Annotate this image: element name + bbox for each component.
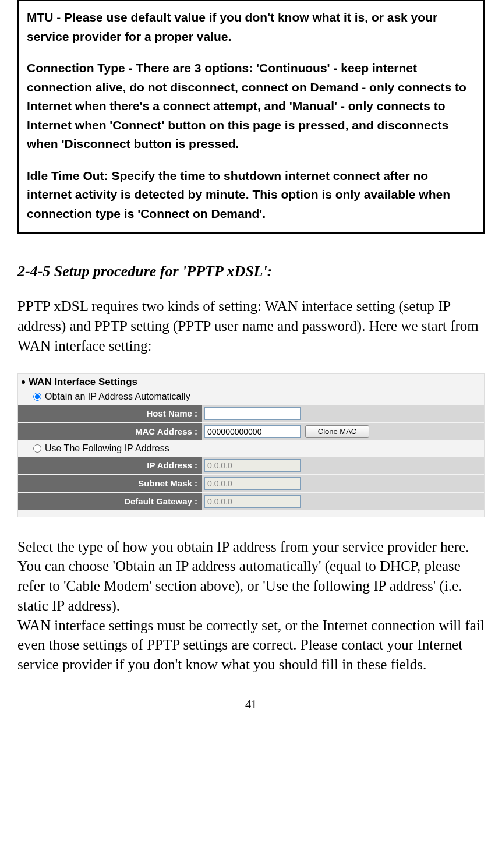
mac-address-input[interactable] xyxy=(204,425,301,438)
radio-obtain-auto-label: Obtain an IP Address Automatically xyxy=(45,391,190,402)
ip-address-input xyxy=(204,459,301,472)
bullet-icon xyxy=(22,380,25,384)
mac-address-label: MAC Address : xyxy=(18,423,202,440)
wan-panel-header: WAN Interface Settings xyxy=(18,374,484,389)
page-number: 41 xyxy=(17,698,485,711)
radio-obtain-auto[interactable] xyxy=(33,393,41,401)
after-paragraph-2: WAN interface settings must be correctly… xyxy=(17,616,485,675)
after-paragraph-1: Select the type of how you obtain IP add… xyxy=(17,537,485,616)
info-box: MTU - Please use default value if you do… xyxy=(17,0,485,234)
radio-static-ip[interactable] xyxy=(33,444,41,453)
default-gateway-label: Default Gateway : xyxy=(18,493,202,510)
ip-address-content xyxy=(202,457,484,474)
subnet-mask-input xyxy=(204,477,301,490)
clone-mac-button[interactable]: Clone MAC xyxy=(305,425,369,438)
radio-static-ip-row[interactable]: Use The Following IP Address xyxy=(18,441,484,456)
section-heading: 2-4-5 Setup procedure for 'PPTP xDSL': xyxy=(17,263,485,280)
mac-address-row: MAC Address : Clone MAC xyxy=(18,423,484,440)
wan-interface-settings-panel: WAN Interface Settings Obtain an IP Addr… xyxy=(17,373,485,517)
default-gateway-input xyxy=(204,495,301,508)
radio-obtain-auto-row[interactable]: Obtain an IP Address Automatically xyxy=(18,389,484,404)
ip-address-label: IP Address : xyxy=(18,457,202,474)
host-name-content xyxy=(202,405,484,422)
subnet-mask-label: Subnet Mask : xyxy=(18,475,202,492)
info-p3: Idle Time Out: Specify the time to shutd… xyxy=(27,167,475,224)
subnet-mask-row: Subnet Mask : xyxy=(18,475,484,492)
radio-static-ip-label: Use The Following IP Address xyxy=(45,443,169,454)
default-gateway-content xyxy=(202,493,484,510)
default-gateway-row: Default Gateway : xyxy=(18,493,484,510)
wan-panel-title: WAN Interface Settings xyxy=(29,376,137,388)
info-p1: MTU - Please use default value if you do… xyxy=(27,8,475,46)
ip-address-row: IP Address : xyxy=(18,457,484,474)
info-p2: Connection Type - There are 3 options: '… xyxy=(27,59,475,154)
host-name-input[interactable] xyxy=(204,407,301,420)
host-name-row: Host Name : xyxy=(18,405,484,422)
subnet-mask-content xyxy=(202,475,484,492)
mac-address-content: Clone MAC xyxy=(202,423,484,440)
host-name-label: Host Name : xyxy=(18,405,202,422)
intro-paragraph: PPTP xDSL requires two kinds of setting:… xyxy=(17,297,485,355)
